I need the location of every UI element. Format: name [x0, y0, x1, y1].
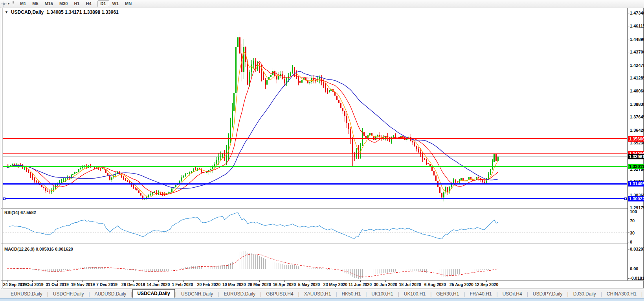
price-chart-svg: 1.473401.461151.448901.437001.424751.412… [0, 0, 644, 301]
chart-ohlc-values: 1.34085 1.34171 1.33898 1.33961 [46, 9, 119, 15]
tab-usdchf-daily[interactable]: USDCHF,Daily [49, 290, 88, 298]
svg-text:25 Aug 2020: 25 Aug 2020 [450, 282, 473, 287]
svg-text:1.40060: 1.40060 [630, 89, 644, 93]
tab-uk100-h1[interactable]: UK100,H1 [367, 290, 397, 298]
tab-eurusd-daily[interactable]: EURUSD,Daily [6, 290, 47, 298]
tab-ger30-h1[interactable]: GER30,H1 [432, 290, 463, 298]
support-line-2-handle-left[interactable] [3, 198, 5, 199]
price-badge: 1.33011 [628, 164, 644, 169]
svg-text:10 Mar 2020: 10 Mar 2020 [222, 282, 246, 287]
svg-text:7 Dec 2019: 7 Dec 2019 [96, 282, 117, 287]
price-badge: 1.31405 [628, 181, 644, 187]
tf-button-mn[interactable]: MN [122, 0, 135, 7]
crosshair-icon[interactable] [1, 1, 7, 6]
svg-text:1.33961: 1.33961 [629, 154, 644, 159]
price-badge: 1.30022 [628, 196, 644, 201]
svg-text:14 Jan 2020: 14 Jan 2020 [147, 282, 170, 287]
price-badge: 1.33961 [628, 154, 644, 159]
tf-button-m30[interactable]: M30 [56, 0, 71, 7]
tf-button-m1[interactable]: M1 [17, 0, 29, 7]
tab-dj30-daily[interactable]: DJ30,Daily [569, 290, 600, 298]
svg-text:1.31405: 1.31405 [629, 181, 644, 186]
tf-button-h4[interactable]: H4 [83, 0, 94, 7]
svg-text:28 Mar 2020: 28 Mar 2020 [248, 282, 271, 287]
chart-title-bar: ▼ USDCAD,Daily 1.34085 1.34171 1.33898 1… [5, 9, 119, 15]
tab-fra40-h1[interactable]: FRA40,H1 [465, 290, 496, 298]
svg-text:1.46115: 1.46115 [630, 24, 644, 28]
chart-tool-dropdown-caret[interactable]: ▾ [8, 2, 9, 6]
svg-text:19 Nov 2019: 19 Nov 2019 [71, 282, 95, 287]
svg-text:1 Feb 2020: 1 Feb 2020 [172, 282, 193, 287]
svg-text:30 Jun 2020: 30 Jun 2020 [374, 282, 397, 287]
tf-button-m5[interactable]: M5 [29, 0, 41, 7]
tab-audusd-daily[interactable]: AUDUSD,Daily [90, 290, 131, 298]
svg-text:1.35606: 1.35606 [629, 137, 644, 141]
tf-button-m15[interactable]: M15 [42, 0, 56, 7]
status-bar [0, 298, 644, 301]
tf-button-h1[interactable]: H1 [71, 0, 83, 7]
svg-text:18 Jul 2020: 18 Jul 2020 [399, 282, 421, 287]
svg-text:0.00: 0.00 [630, 266, 638, 271]
tab-usdcad-daily[interactable]: USDCAD,Daily [132, 289, 174, 298]
tab-xauusd-h1[interactable]: XAUUSD,H1 [300, 290, 336, 298]
tf-button-d1[interactable]: D1 [97, 0, 109, 7]
svg-text:1.43700: 1.43700 [630, 50, 644, 54]
rsi-indicator-label: RSI(14) 67.5582 [4, 210, 36, 215]
svg-text:-0.018154: -0.018154 [630, 276, 644, 281]
svg-text:0: 0 [630, 240, 632, 244]
svg-text:100: 100 [630, 209, 637, 214]
chart-symbol-label: USDCAD,Daily [11, 9, 44, 15]
tab-uk100-h1[interactable]: UK100,H1 [400, 290, 430, 298]
tab-eurusd-daily[interactable]: EURUSD,Daily [219, 290, 260, 298]
svg-text:26 Dec 2019: 26 Dec 2019 [121, 282, 145, 287]
symbol-dropdown-icon[interactable]: ▼ [5, 10, 8, 14]
macd-indicator-label: MACD(12,26,9) 0.005016 0.001620 [4, 247, 73, 251]
svg-text:1.44890: 1.44890 [630, 37, 644, 42]
toolbar: ▾ M1M5M15M30H1H4D1W1MN [0, 0, 644, 7]
tab-gbpusd-h4[interactable]: GBPUSD,H4 [262, 290, 297, 298]
symbol-tab-bar: EURUSD,Daily|USDCHF,Daily|AUDUSD,Daily|U… [0, 289, 644, 298]
tabs-host: EURUSD,Daily|USDCHF,Daily|AUDUSD,Daily|U… [6, 290, 644, 298]
svg-text:31 Oct 2019: 31 Oct 2019 [46, 282, 69, 287]
chart-stage: 1.473401.461151.448901.437001.424751.412… [0, 0, 644, 301]
svg-text:1.36420: 1.36420 [630, 128, 644, 133]
svg-text:11 Jun 2020: 11 Jun 2020 [349, 282, 372, 287]
svg-text:1.41285: 1.41285 [630, 76, 644, 80]
tab-usdjpy-daily[interactable]: USDJPY,Daily [528, 290, 567, 298]
tf-button-w1[interactable]: W1 [109, 0, 122, 7]
svg-text:12 Oct 2019: 12 Oct 2019 [20, 282, 44, 287]
svg-text:1.42475: 1.42475 [630, 63, 644, 68]
svg-text:30: 30 [630, 231, 635, 235]
toolbar-separator [96, 1, 96, 6]
svg-text:1.47340: 1.47340 [630, 11, 644, 15]
tab-usoil-h4[interactable]: USOil,H4 [498, 290, 527, 298]
toolbar-grip[interactable] [13, 1, 14, 6]
svg-text:12 Sep 2020: 12 Sep 2020 [475, 282, 498, 287]
price-badge: 1.35606 [628, 136, 644, 142]
svg-text:1.33011: 1.33011 [629, 164, 644, 169]
svg-text:6 Aug 2020: 6 Aug 2020 [424, 282, 446, 287]
svg-text:70: 70 [630, 218, 635, 223]
svg-text:5 May 2020: 5 May 2020 [298, 282, 320, 287]
tab-hk50-h1[interactable]: HK50,H1 [338, 290, 365, 298]
svg-text:20 Feb 2020: 20 Feb 2020 [197, 282, 221, 287]
timeframe-buttons: M1M5M15M30H1H4D1W1MN [17, 0, 135, 7]
svg-text:1.38835: 1.38835 [630, 102, 644, 107]
tab-usdcnh-daily[interactable]: USDCNH,Daily [177, 290, 217, 298]
svg-text:0.032972: 0.032972 [630, 247, 644, 251]
svg-text:23 May 2020: 23 May 2020 [323, 282, 347, 287]
svg-text:1.37645: 1.37645 [630, 114, 644, 119]
chart-window-frame [1, 8, 644, 288]
svg-text:1.30022: 1.30022 [629, 196, 644, 201]
tab-china300-h1[interactable]: CHINA300,H1 [602, 290, 641, 298]
support-line-2-handle-right[interactable] [624, 198, 626, 199]
svg-text:16 Apr 2020: 16 Apr 2020 [273, 282, 296, 287]
